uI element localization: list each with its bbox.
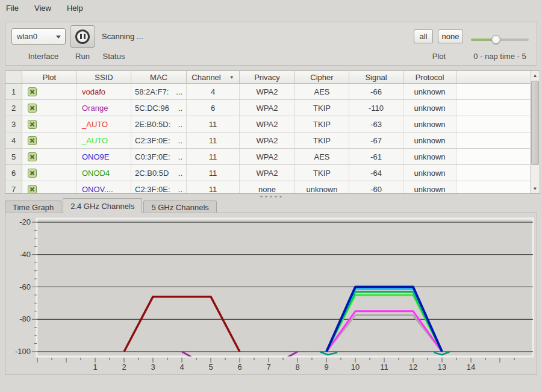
run-pause-button[interactable]	[70, 25, 95, 48]
table-row[interactable]: 2Orange5C:DC:96..6WPA2TKIP-110unknown	[5, 100, 540, 116]
privacy-cell: none	[240, 181, 295, 194]
channel-cell: 6	[187, 100, 240, 116]
table-row[interactable]: 7ONOV....C2:3F:0E:..11noneunknown-60unkn…	[5, 181, 540, 194]
privacy-cell: WPA2	[240, 132, 295, 148]
check-x-icon	[30, 154, 35, 160]
networks-table: PlotSSIDMACChannel▼PrivacyCipherSignalPr…	[5, 70, 540, 194]
plot-cell	[22, 84, 77, 99]
splitter-handle[interactable]	[259, 195, 283, 198]
table-row[interactable]: 6ONOD42C:B0:5D..11WPA2TKIP-64unknown	[5, 165, 540, 181]
toolbar: wlan0 Scanning ... Interface Run Status …	[5, 22, 537, 66]
x-tick-label: 3	[151, 362, 155, 372]
check-x-icon	[30, 138, 35, 143]
ssid-cell: _AUTO	[77, 116, 131, 132]
interface-select[interactable]: wlan0	[11, 28, 66, 45]
plot-none-button[interactable]: none	[438, 30, 463, 43]
table-row[interactable]: 5ONO9EC0:3F:0E:..11WPA2AES-61unknown	[5, 149, 540, 165]
check-x-icon	[30, 122, 35, 127]
plot-checkbox[interactable]	[28, 152, 37, 161]
cipher-cell: TKIP	[295, 116, 349, 132]
channel-cell: 11	[187, 116, 240, 132]
channel-graph-panel: -20-40-60-80-1001234567891011121314	[5, 213, 537, 375]
signal-cell: -63	[349, 116, 403, 132]
plot-checkbox[interactable]	[28, 104, 37, 113]
column-header-ssid[interactable]: SSID	[77, 71, 131, 83]
tab-5ghz-channels[interactable]: 5 GHz Channels	[143, 201, 216, 213]
table-row[interactable]: 3_AUTO2E:B0:5D:..11WPA2TKIP-63unknown	[5, 116, 540, 132]
mac-cell: 2C:B0:5D..	[131, 165, 187, 181]
slider-handle[interactable]	[491, 35, 500, 44]
x-tick-label: 10	[351, 362, 360, 372]
plot-checkbox[interactable]	[28, 185, 37, 194]
plot-label: Plot	[421, 52, 457, 61]
row-number: 5	[5, 149, 22, 164]
y-tick-label: -40	[19, 250, 31, 259]
column-header-channel[interactable]: Channel▼	[187, 71, 240, 83]
privacy-cell: WPA2	[240, 116, 295, 132]
table-scrollbar[interactable]: ▲ ▼	[530, 71, 540, 193]
signal-cell: -64	[349, 165, 403, 181]
interface-selected-value: wlan0	[17, 32, 37, 41]
check-x-icon	[30, 105, 35, 111]
protocol-cell: unknown	[403, 132, 456, 148]
plot-checkbox[interactable]	[28, 120, 37, 129]
nap-time-slider[interactable]	[471, 35, 529, 44]
y-tick-label: -20	[19, 217, 31, 226]
row-filler	[456, 132, 540, 148]
plot-checkbox[interactable]	[28, 87, 37, 96]
check-x-icon	[30, 170, 35, 176]
signal-cell: -66	[349, 84, 403, 99]
x-tick-label: 6	[237, 362, 241, 372]
column-header-privacy[interactable]: Privacy	[240, 71, 295, 83]
ssid-cell: ONO9E	[77, 149, 131, 164]
y-tick-label: -60	[19, 282, 31, 291]
tab-time-graph[interactable]: Time Graph	[5, 201, 61, 213]
row-number: 7	[5, 181, 22, 194]
privacy-cell: WPA2	[240, 84, 295, 99]
row-number: 1	[5, 84, 22, 99]
row-filler	[456, 181, 540, 194]
scrollbar-thumb[interactable]	[531, 81, 539, 165]
column-header-protocol[interactable]: Protocol	[403, 71, 456, 83]
menu-view[interactable]: View	[34, 4, 51, 13]
x-tick-label: 8	[295, 362, 299, 372]
privacy-cell: WPA2	[240, 100, 295, 116]
pause-icon	[75, 30, 90, 44]
plot-checkbox[interactable]	[28, 136, 37, 145]
check-x-icon	[30, 187, 35, 192]
tab-24ghz-channels[interactable]: 2.4 GHz Channels	[63, 198, 142, 213]
menu-help[interactable]: Help	[67, 4, 83, 13]
column-header-signal[interactable]: Signal	[349, 71, 403, 83]
channel-cell: 11	[187, 132, 240, 148]
scroll-up-icon[interactable]: ▲	[531, 71, 540, 80]
plot-canvas	[37, 219, 533, 356]
scroll-down-icon[interactable]: ▼	[531, 184, 540, 193]
cipher-cell: AES	[295, 84, 349, 99]
plot-cell	[22, 165, 77, 181]
table-row[interactable]: 4_AUTOC2:3F:0E:..11WPA2TKIP-67unknown	[5, 132, 540, 149]
column-header-mac[interactable]: MAC	[131, 71, 187, 83]
ssid-cell: Orange	[77, 100, 131, 116]
interface-label: Interface	[22, 52, 64, 61]
mac-cell: C2:3F:0E:..	[131, 132, 187, 148]
signal-cell: -61	[349, 149, 403, 164]
channel-graph: -20-40-60-80-1001234567891011121314	[5, 213, 537, 374]
x-tick-label: 4	[179, 362, 184, 372]
cipher-cell: TKIP	[295, 100, 349, 116]
graph-tabs: Time Graph 2.4 GHz Channels 5 GHz Channe…	[5, 198, 218, 213]
x-tick-label: 2	[122, 362, 126, 372]
protocol-cell: unknown	[403, 149, 456, 164]
mac-cell: C2:3F:0E:..	[131, 181, 187, 194]
wifi-scanner-window: { "window": { "bg": "#d8d7d3" }, "menuba…	[0, 0, 542, 392]
row-number: 4	[5, 132, 22, 148]
table-row[interactable]: 1vodafo58:2A:F7:...4WPA2AES-66unknown	[5, 84, 540, 100]
plot-cell	[22, 181, 77, 194]
plot-checkbox[interactable]	[28, 169, 37, 178]
x-tick-label: 12	[409, 362, 417, 372]
column-header-plot[interactable]: Plot	[22, 71, 77, 83]
menubar: File View Help	[0, 0, 542, 16]
mac-cell: 5C:DC:96..	[131, 100, 187, 116]
column-header-cipher[interactable]: Cipher	[295, 71, 349, 83]
plot-all-button[interactable]: all	[414, 30, 433, 43]
menu-file[interactable]: File	[6, 4, 19, 13]
